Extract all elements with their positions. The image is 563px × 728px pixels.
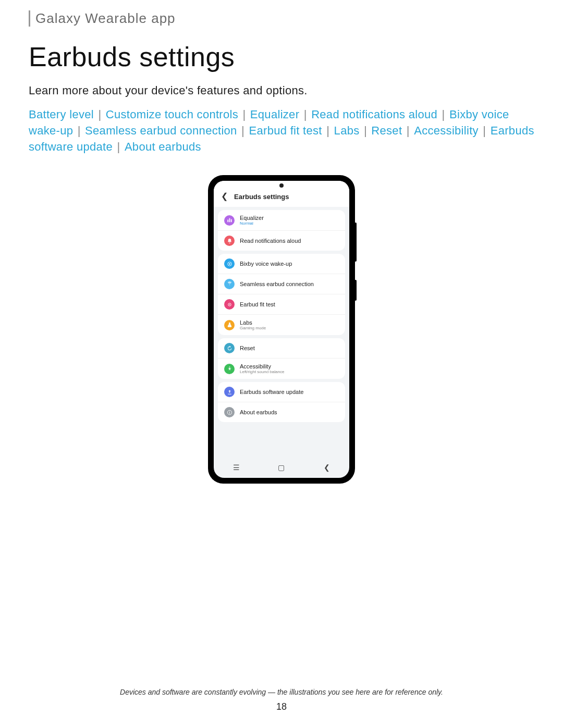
settings-row-sublabel: Gaming mode [240,326,266,330]
recents-icon[interactable]: ☰ [228,463,244,472]
settings-row[interactable]: Reset [218,338,345,358]
back-icon[interactable]: ❮ [221,192,228,201]
section-link[interactable]: Customize touch controls [106,108,238,121]
section-link[interactable]: Read notifications aloud [311,108,437,121]
settings-row[interactable]: AccessibilityLeft/right sound balance [218,358,345,379]
settings-group: ResetAccessibilityLeft/right sound balan… [218,338,345,379]
settings-row-label: Earbuds software update [240,389,303,395]
section-links: Battery level | Customize touch controls… [29,107,534,155]
app-header-title: Earbuds settings [234,193,289,201]
link-separator: | [299,108,311,121]
link-separator: | [360,124,372,137]
connection-icon [224,279,235,289]
link-separator: | [73,124,85,137]
reset-icon [224,343,235,353]
link-separator: | [94,108,106,121]
settings-row-label: Equalizer [240,215,264,221]
settings-row-label: Earbud fit test [240,301,275,307]
settings-row[interactable]: Bixby voice wake-up [218,254,345,274]
settings-row-label: Accessibility [240,363,284,369]
page-title: Earbuds settings [29,41,534,72]
page-number: 18 [0,701,563,712]
settings-group: Earbuds software updateAbout earbuds [218,382,345,422]
app-header: ❮ Earbuds settings [214,181,349,207]
settings-group: EqualizerNormalRead notifications aloud [218,210,345,251]
section-link[interactable]: Labs [334,124,360,137]
link-separator: | [238,108,250,121]
section-link[interactable]: About earbuds [125,140,201,153]
section-link[interactable]: Reset [371,124,402,137]
settings-row-label: Reset [240,345,255,351]
settings-row-sublabel: Normal [240,221,264,226]
svg-point-3 [229,304,230,305]
nav-back-icon[interactable]: ❮ [319,463,335,472]
intro-text: Learn more about your device's features … [29,84,534,97]
svg-point-1 [229,263,230,265]
link-separator: | [113,140,125,153]
svg-rect-6 [229,412,230,413]
settings-row[interactable]: Read notifications aloud [218,230,345,251]
update-icon [224,387,235,397]
settings-row[interactable]: Seamless earbud connection [218,274,345,294]
settings-row-label: Seamless earbud connection [240,281,314,287]
section-link[interactable]: Equalizer [250,108,299,121]
info-icon [224,407,235,417]
accessibility-icon [224,364,235,374]
phone-illustration: ❮ Earbuds settings EqualizerNormalRead n… [29,176,534,483]
phone-navbar: ☰ ▢ ❮ [214,456,349,478]
bixby-icon [224,258,235,269]
settings-group: Bixby voice wake-upSeamless earbud conne… [218,254,345,335]
link-separator: | [479,124,491,137]
link-separator: | [402,124,414,137]
fit-test-icon [224,299,235,310]
section-link[interactable]: Accessibility [414,124,479,137]
settings-row[interactable]: Earbud fit test [218,294,345,314]
settings-row-label: Labs [240,319,266,326]
settings-row-label: About earbuds [240,409,277,415]
footnote: Devices and software are constantly evol… [0,688,563,696]
link-separator: | [437,108,449,121]
settings-row[interactable]: EqualizerNormal [218,210,345,230]
svg-rect-7 [229,411,230,412]
home-icon[interactable]: ▢ [274,463,289,472]
equalizer-icon [224,215,235,226]
settings-row[interactable]: About earbuds [218,402,345,422]
settings-row-label: Bixby voice wake-up [240,261,292,267]
section-link[interactable]: Earbud fit test [249,124,322,137]
breadcrumb: Galaxy Wearable app [35,10,534,27]
link-separator: | [322,124,334,137]
labs-icon [224,320,235,330]
section-link[interactable]: Seamless earbud connection [85,124,237,137]
section-link[interactable]: Battery level [29,108,94,121]
settings-row-label: Read notifications aloud [240,238,301,244]
settings-row-sublabel: Left/right sound balance [240,369,284,374]
settings-row[interactable]: LabsGaming mode [218,314,345,335]
bell-icon [224,236,235,246]
svg-point-4 [229,367,230,368]
link-separator: | [237,124,249,137]
settings-row[interactable]: Earbuds software update [218,382,345,402]
